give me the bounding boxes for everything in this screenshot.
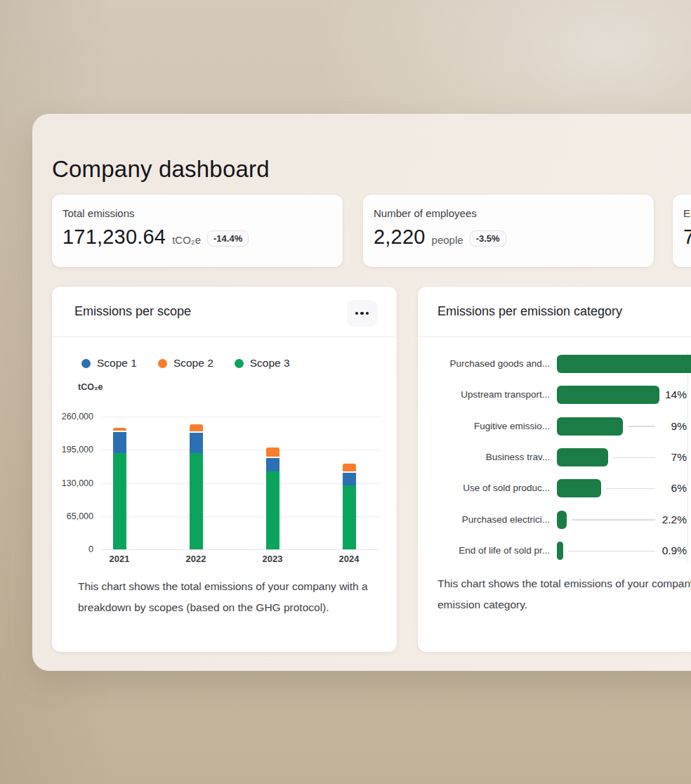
legend-dot-icon (235, 359, 244, 368)
kpi-value: 171,230.64 (62, 226, 166, 249)
x-tick-label: 2022 (175, 554, 217, 564)
y-tick-label: 195,000 (52, 443, 93, 456)
stacked-bar[interactable] (266, 446, 279, 549)
bar-segment-scope-2 (190, 424, 203, 431)
card-header: Emissions per scope (52, 287, 397, 337)
category-label: Fugitive emissio... (418, 417, 550, 436)
category-bar[interactable] (557, 479, 601, 497)
y-axis-title: tCO₂e (78, 382, 103, 392)
legend-item[interactable]: Scope 3 (235, 357, 290, 370)
category-bar[interactable] (557, 417, 623, 436)
bar-segment-scope-3 (113, 453, 126, 549)
kpi-value: 2,220 (374, 226, 426, 249)
category-bar[interactable] (557, 448, 608, 466)
bar-segment-scope-1 (266, 458, 279, 471)
description-line: This chart shows the total emissions of … (437, 573, 691, 594)
gridline (101, 417, 379, 417)
axis-gridline (687, 353, 688, 562)
percent-label: 9% (645, 417, 687, 436)
emissions-per-scope-card: Emissions per scope Scope 1Scope 2Scope … (52, 287, 397, 652)
y-tick-label: 0 (52, 543, 93, 556)
category-label: Purchased electrici... (418, 511, 550, 529)
ellipsis-icon (360, 312, 364, 315)
category-label: End of life of sold pr... (418, 542, 550, 560)
kpi-label: Em (683, 207, 691, 219)
stacked-bar[interactable] (190, 423, 203, 549)
card-header: Emissions per emission category (418, 287, 691, 337)
x-tick-label: 2024 (328, 554, 370, 564)
kpi-change-badge: -3.5% (470, 230, 506, 247)
bar-segment-scope-2 (343, 464, 356, 472)
ellipsis-icon (366, 312, 369, 315)
bar-segment-scope-1 (190, 433, 203, 453)
gridline (101, 516, 379, 517)
category-label: Use of sold produc... (418, 479, 550, 497)
legend-label: Scope 2 (173, 357, 213, 370)
chart-legend: Scope 1Scope 2Scope 3 (81, 357, 290, 370)
percent-label: 2.2% (645, 511, 687, 529)
category-bar[interactable] (557, 355, 691, 373)
kpi-value-row: 7 (683, 226, 691, 249)
gridline (101, 549, 379, 550)
bar-segment-scope-1 (113, 432, 126, 453)
kpi-value-row: 171,230.64 tCO₂e -14.4% (62, 226, 249, 249)
y-tick-label: 260,000 (52, 410, 93, 423)
y-tick-label: 130,000 (52, 477, 93, 490)
percent-label: 6% (645, 479, 687, 497)
chart-description: This chart shows the total emissions of … (437, 573, 691, 615)
divider (52, 337, 397, 337)
legend-item[interactable]: Scope 2 (158, 357, 213, 370)
bar-segment-scope-2 (113, 428, 126, 431)
bar-segment-scope-3 (190, 453, 203, 549)
legend-dot-icon (81, 359, 91, 368)
stacked-bar[interactable] (343, 462, 356, 549)
stacked-bar[interactable] (113, 426, 126, 549)
description-line: emission category. (437, 594, 691, 615)
kpi-label: Total emissions (62, 207, 135, 219)
legend-label: Scope 1 (97, 357, 137, 370)
kpi-card-total-emissions: Total emissions 171,230.64 tCO₂e -14.4% (52, 195, 343, 267)
legend-label: Scope 3 (250, 357, 290, 370)
bar-segment-scope-3 (266, 471, 279, 549)
kpi-unit: tCO₂e (172, 234, 201, 246)
card-title: Emissions per emission category (437, 287, 622, 337)
x-tick-label: 2023 (251, 554, 294, 564)
bar-segment-scope-1 (343, 473, 356, 485)
bar-segment-scope-3 (343, 485, 356, 549)
divider (418, 337, 691, 337)
x-tick-label: 2021 (98, 554, 140, 564)
kpi-label: Number of employees (374, 207, 477, 219)
kpi-card-employees: Number of employees 2,220 people -3.5% (363, 195, 654, 267)
category-label: Purchased goods and... (418, 355, 550, 373)
ellipsis-icon (355, 312, 359, 315)
category-bar[interactable] (557, 511, 567, 529)
y-tick-label: 65,000 (52, 510, 93, 523)
kpi-value-row: 2,220 people -3.5% (374, 226, 506, 249)
bar-segment-scope-2 (266, 447, 279, 457)
ellipsis-menu-button[interactable] (347, 300, 377, 327)
connector-line (572, 519, 655, 521)
category-bar[interactable] (557, 542, 563, 560)
dashboard-page: { "header": { "title": "Company dashboar… (0, 0, 691, 784)
kpi-card-clipped: Em 7 (673, 195, 691, 267)
emissions-per-category-card: Emissions per emission category Purchase… (418, 287, 691, 652)
connector-line (568, 551, 655, 552)
category-label: Business trav... (418, 448, 550, 466)
percent-label: 7% (645, 448, 687, 466)
kpi-unit: people (432, 234, 463, 246)
kpi-value: 7 (683, 226, 691, 249)
card-title: Emissions per scope (74, 287, 191, 337)
gridline (101, 483, 379, 484)
legend-item[interactable]: Scope 1 (81, 357, 137, 370)
chart-description: This chart shows the total emissions of … (78, 576, 379, 618)
kpi-change-badge: -14.4% (207, 230, 249, 247)
stacked-bar-plot (101, 417, 379, 549)
gridline (101, 450, 379, 450)
legend-dot-icon (158, 359, 167, 368)
percent-label: 0.9% (645, 542, 687, 560)
category-label: Upstream transport... (418, 386, 550, 404)
page-title: Company dashboard (52, 153, 270, 185)
percent-label: 14% (645, 386, 687, 404)
